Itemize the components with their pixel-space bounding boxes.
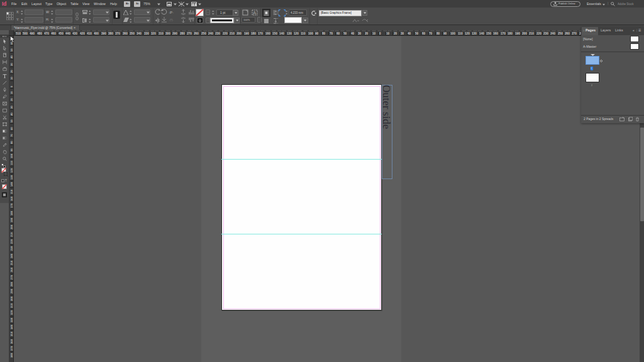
svg-text:A: A (253, 10, 257, 16)
